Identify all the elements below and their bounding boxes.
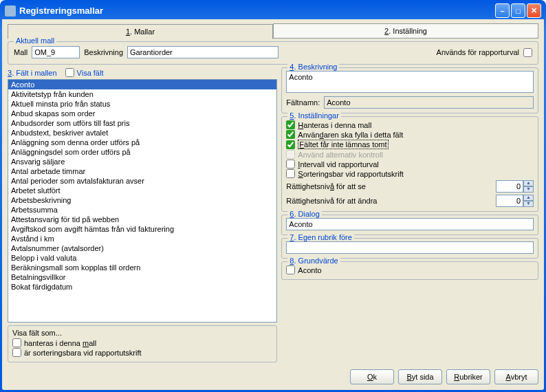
spin-down-icon[interactable]: ▼ <box>523 201 534 207</box>
list-item[interactable]: Attestansvarig för tid på webben <box>8 215 276 224</box>
grundvarde-checkbox[interactable] <box>286 265 295 274</box>
dialog-group: 6. Dialog <box>281 215 538 235</box>
titlebar: Registreringsmallar – □ ✕ <box>2 2 544 19</box>
rubrik-input[interactable] <box>286 241 534 254</box>
falt-i-mallen-label: 3. Fält i mallen Visa fält <box>8 67 277 78</box>
ok-button[interactable]: Ok <box>350 369 394 384</box>
cb-alternativ-label: Använd alternativ kontroll <box>298 151 383 159</box>
list-item[interactable]: Aconto <box>8 80 276 89</box>
list-item[interactable]: Antal perioder som avtalsfakturan avser <box>8 176 276 186</box>
list-item[interactable]: Anläggning som denna order utförs på <box>8 138 276 147</box>
aktuell-mall-legend: Aktuell mall <box>14 36 56 45</box>
faltnamn-input <box>324 96 534 109</box>
rattighet-se-spinner[interactable]: ▲▼ <box>496 180 534 193</box>
main-columns: 3. Fält i mallen Visa fält AcontoAktivit… <box>8 67 538 362</box>
aktuell-mall-fieldset: Aktuell mall Mall Beskrivning Används fö… <box>8 41 538 65</box>
app-icon <box>5 6 16 17</box>
anv-rapport-label: Används för rapporturval <box>437 48 519 56</box>
cb-anvandaren[interactable] <box>286 130 295 139</box>
list-item[interactable]: Avgiftskod som avgift hämtas från vid fa… <box>8 224 276 234</box>
list-item[interactable]: Avtalsnummer (avtalsorder) <box>8 243 276 253</box>
window-controls: – □ ✕ <box>495 3 541 18</box>
faltnamn-label: Fältnamn: <box>286 98 320 107</box>
cb-hanteras[interactable] <box>286 120 295 129</box>
filter-sort-checkbox[interactable] <box>12 348 21 357</box>
cb-intervall-label: Intervall vid rapporturval <box>298 160 378 168</box>
anv-rapport-checkbox[interactable] <box>523 48 532 57</box>
list-item[interactable]: Bokat färdigdatum <box>8 282 276 292</box>
grundvarde-group: 8. Grundvärde Aconto <box>281 261 538 280</box>
list-item[interactable]: Ansvarig säljare <box>8 157 276 166</box>
window: Registreringsmallar – □ ✕ 1. Mallar 2. I… <box>0 0 546 392</box>
visa-falt-checkbox[interactable] <box>65 68 74 77</box>
avbryt-button[interactable]: Avbryt <box>494 369 538 384</box>
beskrivning-input[interactable] <box>127 46 279 58</box>
aktuell-mall-row: Mall Beskrivning Används för rapporturva… <box>14 46 532 58</box>
rattighet-andra-spinner[interactable]: ▲▼ <box>496 195 534 207</box>
grundvarde-legend: 8. Grundvärde <box>287 257 340 265</box>
rattighet-andra-label: Rättighetsnivå för att ändra <box>286 197 377 205</box>
cb-alternativ <box>286 150 295 159</box>
tab-bar: 1. Mallar 2. Inställning <box>8 23 538 39</box>
minimize-button[interactable]: – <box>495 3 510 18</box>
mall-input[interactable] <box>32 46 80 58</box>
spin-down-icon[interactable]: ▼ <box>523 186 534 193</box>
list-item[interactable]: Anbud skapas som order <box>8 109 276 118</box>
rubriker-button[interactable]: Rubriker <box>446 369 490 384</box>
filter-hanteras-label: hanteras i denna mall <box>24 339 96 347</box>
list-item[interactable]: Arbetssumma <box>8 205 276 215</box>
cb-anvandaren-label: Användaren ska fylla i detta fält <box>298 131 403 139</box>
maximize-button[interactable]: □ <box>511 3 525 18</box>
rubrik-group: 7. Egen rubrik före <box>281 238 538 259</box>
beskrivning-label: Beskrivning <box>84 48 123 56</box>
client-area: 1. Mallar 2. Inställning Aktuell mall Ma… <box>2 19 544 390</box>
filter-title: Visa fält som... <box>12 329 272 337</box>
list-item[interactable]: Belopp i vald valuta <box>8 253 276 263</box>
tab-installning[interactable]: 2. Inställning <box>273 23 538 39</box>
list-item[interactable]: Antal arbetade timmar <box>8 166 276 176</box>
installningar-legend: 5. Inställningar <box>287 111 341 120</box>
rubrik-legend: 7. Egen rubrik före <box>287 233 354 241</box>
rattighet-se-label: Rättighetsnivå för att se <box>286 182 366 190</box>
window-title: Registreringsmallar <box>19 6 495 16</box>
beskrivning-legend: 4. Beskrivning <box>287 63 339 71</box>
footer-buttons: Ok Byt sida Rubriker Avbryt <box>8 367 538 384</box>
cb-intervall[interactable] <box>286 160 295 168</box>
beskrivning-textarea[interactable]: Aconto <box>286 71 534 93</box>
list-item[interactable]: Betalningsvillkor <box>8 272 276 282</box>
filter-box: Visa fält som... hanteras i denna mall ä… <box>8 325 277 362</box>
visa-falt-label: Visa fält <box>77 69 104 77</box>
left-column: 3. Fält i mallen Visa fält AcontoAktivit… <box>8 67 277 362</box>
grundvarde-label: Aconto <box>298 266 321 274</box>
list-item[interactable]: Arbetet slutfört <box>8 186 276 195</box>
list-item[interactable]: Anbudsorder som utförs till fast pris <box>8 118 276 128</box>
filter-sort-label: är sorteringsbara vid rapportutskrift <box>24 349 142 357</box>
list-item[interactable]: Arbetsbeskrivning <box>8 195 276 205</box>
filter-hanteras-checkbox[interactable] <box>12 338 21 347</box>
cb-faltet-label: Fältet får inte lämnas tomt <box>298 140 388 149</box>
cb-sorteringsbar[interactable] <box>286 169 295 178</box>
list-item[interactable]: Aktuell minsta prio från status <box>8 99 276 109</box>
mall-label: Mall <box>14 48 28 56</box>
byt-sida-button[interactable]: Byt sida <box>398 369 442 384</box>
list-item[interactable]: Beräkningsmall som kopplas till ordern <box>8 263 276 272</box>
spin-up-icon[interactable]: ▲ <box>523 195 534 201</box>
installningar-group: 5. Inställningar Hanteras i denna mall A… <box>281 116 538 212</box>
beskrivning-group: 4. Beskrivning Aconto Fältnamn: <box>281 67 538 113</box>
list-item[interactable]: Anläggningsdel som order utförs på <box>8 147 276 157</box>
list-item[interactable]: Avstånd i km <box>8 234 276 243</box>
close-button[interactable]: ✕ <box>527 3 541 18</box>
field-listbox[interactable]: AcontoAktivitetstyp från kundenAktuell m… <box>8 79 277 323</box>
dialog-legend: 6. Dialog <box>287 210 321 218</box>
dialog-input[interactable] <box>286 218 534 230</box>
list-item[interactable]: Anbudstext, beskriver avtalet <box>8 128 276 138</box>
right-column: 4. Beskrivning Aconto Fältnamn: 5. Instä… <box>281 67 538 362</box>
cb-faltet[interactable] <box>286 140 295 149</box>
cb-sorteringsbar-label: Sorteringsbar vid rapportutskrift <box>298 170 403 178</box>
spin-up-icon[interactable]: ▲ <box>523 180 534 186</box>
cb-hanteras-label: Hanteras i denna mall <box>298 121 371 129</box>
list-item[interactable]: Aktivitetstyp från kunden <box>8 89 276 99</box>
